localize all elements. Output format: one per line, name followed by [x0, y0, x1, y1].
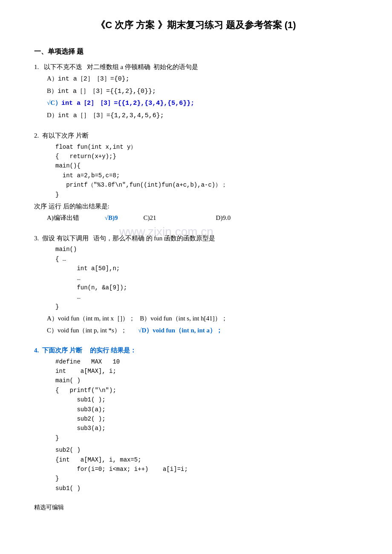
q3-option-a: A）void fun（int m, int x［]）； B）void fun（i…	[47, 313, 358, 324]
question-2: 2. 有以下次序 片断 float fun(int x,int y） { ret…	[34, 130, 358, 224]
footer-note: 精选可编辑	[34, 502, 358, 513]
q2-option-d: D)9.0	[216, 213, 231, 224]
q1-option-a: A）int a［2］［3］={0};	[47, 73, 358, 85]
q3-code: main() { … int a[50],n; … fun(n, &a[9]);…	[55, 245, 358, 312]
q4-code: #define MAX 10 int a[MAX], i; main( ) { …	[55, 357, 358, 443]
q2-options: A)编译出错 √B)9 C)21 D)9.0	[47, 213, 358, 224]
question-2-text: 2. 有以下次序 片断	[34, 130, 358, 141]
q2-option-c: C)21	[144, 213, 156, 224]
q1-option-b: B）int a［］［3］={{1,2},{0}};	[47, 86, 358, 97]
section-title: 一、单项选择 题	[34, 46, 358, 57]
q4-code2: sub2( ) {int a[MAX], i, max=5; for(i=0; …	[55, 445, 358, 493]
q2-code: float fun(int x,int y） { return(x+y);} m…	[55, 142, 358, 199]
question-1: 1. 以下不克不迭 对二维数组 a 停顿精确 初始化的语句是 A）int a［2…	[34, 62, 358, 121]
question-3: 3. 假设 有以下调用 语句，那么不精确 的 fun 函数的函数原型是 main…	[34, 233, 358, 336]
q2-option-a: A)编译出错	[47, 213, 79, 224]
question-4: 4. 下面次序 片断 的实行 结果是： #define MAX 10 int a…	[34, 345, 358, 493]
q1-option-c: √C）int a［2］［3］={{1,2},{3,4},{5,6}};	[47, 98, 358, 109]
q2-option-b: √B)9	[105, 213, 118, 224]
q1-option-d: D）int a［］［3］={1,2,3,4,5,6};	[47, 110, 358, 121]
question-1-text: 1. 以下不克不迭 对二维数组 a 停顿精确 初始化的语句是	[34, 62, 358, 73]
page-title: 《C 次序 方案 》期末复习练习 题及参考答案 (1)	[34, 17, 358, 33]
q3-option-cd: C）void fun（int p, int *s）； √D）void fun（i…	[47, 325, 358, 336]
q2-result-label: 次序 运行 后的输出结果是:	[34, 201, 358, 212]
question-3-text: 3. 假设 有以下调用 语句，那么不精确 的 fun 函数的函数原型是	[34, 233, 358, 244]
question-4-text: 4. 下面次序 片断 的实行 结果是：	[34, 345, 358, 356]
